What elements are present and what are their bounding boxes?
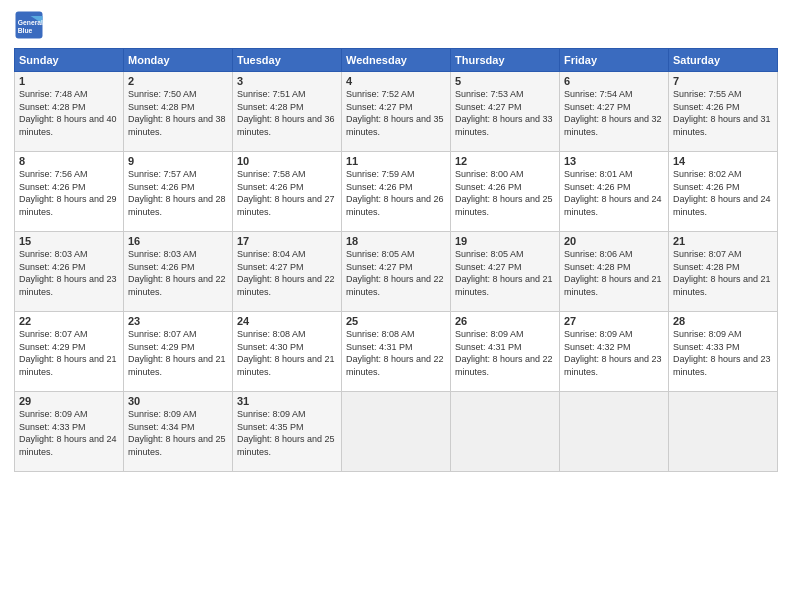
day-number: 19: [455, 235, 555, 247]
day-info: Sunrise: 7:59 AMSunset: 4:26 PMDaylight:…: [346, 168, 446, 218]
day-info: Sunrise: 8:02 AMSunset: 4:26 PMDaylight:…: [673, 168, 773, 218]
day-number: 28: [673, 315, 773, 327]
day-number: 5: [455, 75, 555, 87]
calendar-cell: 28Sunrise: 8:09 AMSunset: 4:33 PMDayligh…: [669, 312, 778, 392]
calendar-cell: [560, 392, 669, 472]
day-info: Sunrise: 8:08 AMSunset: 4:30 PMDaylight:…: [237, 328, 337, 378]
calendar-cell: 24Sunrise: 8:08 AMSunset: 4:30 PMDayligh…: [233, 312, 342, 392]
calendar-cell: 20Sunrise: 8:06 AMSunset: 4:28 PMDayligh…: [560, 232, 669, 312]
calendar-cell: 3Sunrise: 7:51 AMSunset: 4:28 PMDaylight…: [233, 72, 342, 152]
calendar-cell: 30Sunrise: 8:09 AMSunset: 4:34 PMDayligh…: [124, 392, 233, 472]
weekday-header-row: SundayMondayTuesdayWednesdayThursdayFrid…: [15, 49, 778, 72]
day-number: 14: [673, 155, 773, 167]
calendar-cell: [342, 392, 451, 472]
calendar-cell: 6Sunrise: 7:54 AMSunset: 4:27 PMDaylight…: [560, 72, 669, 152]
day-number: 18: [346, 235, 446, 247]
weekday-header-sunday: Sunday: [15, 49, 124, 72]
day-info: Sunrise: 7:53 AMSunset: 4:27 PMDaylight:…: [455, 88, 555, 138]
calendar-cell: 8Sunrise: 7:56 AMSunset: 4:26 PMDaylight…: [15, 152, 124, 232]
calendar-cell: 1Sunrise: 7:48 AMSunset: 4:28 PMDaylight…: [15, 72, 124, 152]
day-number: 7: [673, 75, 773, 87]
day-info: Sunrise: 8:03 AMSunset: 4:26 PMDaylight:…: [128, 248, 228, 298]
day-info: Sunrise: 8:08 AMSunset: 4:31 PMDaylight:…: [346, 328, 446, 378]
svg-text:Blue: Blue: [18, 27, 33, 34]
day-number: 11: [346, 155, 446, 167]
weekday-header-tuesday: Tuesday: [233, 49, 342, 72]
calendar-cell: 13Sunrise: 8:01 AMSunset: 4:26 PMDayligh…: [560, 152, 669, 232]
page-container: General Blue SundayMondayTuesdayWednesda…: [0, 0, 792, 612]
day-info: Sunrise: 8:09 AMSunset: 4:33 PMDaylight:…: [19, 408, 119, 458]
day-info: Sunrise: 7:50 AMSunset: 4:28 PMDaylight:…: [128, 88, 228, 138]
day-number: 1: [19, 75, 119, 87]
day-number: 26: [455, 315, 555, 327]
calendar-cell: 7Sunrise: 7:55 AMSunset: 4:26 PMDaylight…: [669, 72, 778, 152]
calendar-week-row: 1Sunrise: 7:48 AMSunset: 4:28 PMDaylight…: [15, 72, 778, 152]
calendar-week-row: 22Sunrise: 8:07 AMSunset: 4:29 PMDayligh…: [15, 312, 778, 392]
day-info: Sunrise: 7:54 AMSunset: 4:27 PMDaylight:…: [564, 88, 664, 138]
day-number: 22: [19, 315, 119, 327]
day-number: 10: [237, 155, 337, 167]
day-info: Sunrise: 8:07 AMSunset: 4:28 PMDaylight:…: [673, 248, 773, 298]
calendar-cell: 19Sunrise: 8:05 AMSunset: 4:27 PMDayligh…: [451, 232, 560, 312]
day-number: 23: [128, 315, 228, 327]
day-number: 30: [128, 395, 228, 407]
day-number: 17: [237, 235, 337, 247]
day-number: 31: [237, 395, 337, 407]
day-info: Sunrise: 8:05 AMSunset: 4:27 PMDaylight:…: [455, 248, 555, 298]
day-number: 21: [673, 235, 773, 247]
day-info: Sunrise: 7:52 AMSunset: 4:27 PMDaylight:…: [346, 88, 446, 138]
header: General Blue: [14, 10, 778, 40]
day-number: 4: [346, 75, 446, 87]
calendar-cell: 16Sunrise: 8:03 AMSunset: 4:26 PMDayligh…: [124, 232, 233, 312]
calendar-cell: [669, 392, 778, 472]
calendar-cell: [451, 392, 560, 472]
day-info: Sunrise: 8:01 AMSunset: 4:26 PMDaylight:…: [564, 168, 664, 218]
calendar-table: SundayMondayTuesdayWednesdayThursdayFrid…: [14, 48, 778, 472]
day-info: Sunrise: 7:56 AMSunset: 4:26 PMDaylight:…: [19, 168, 119, 218]
day-number: 24: [237, 315, 337, 327]
calendar-cell: 29Sunrise: 8:09 AMSunset: 4:33 PMDayligh…: [15, 392, 124, 472]
logo: General Blue: [14, 10, 44, 40]
day-info: Sunrise: 8:03 AMSunset: 4:26 PMDaylight:…: [19, 248, 119, 298]
calendar-cell: 31Sunrise: 8:09 AMSunset: 4:35 PMDayligh…: [233, 392, 342, 472]
calendar-cell: 2Sunrise: 7:50 AMSunset: 4:28 PMDaylight…: [124, 72, 233, 152]
day-number: 29: [19, 395, 119, 407]
day-number: 3: [237, 75, 337, 87]
calendar-cell: 23Sunrise: 8:07 AMSunset: 4:29 PMDayligh…: [124, 312, 233, 392]
calendar-cell: 10Sunrise: 7:58 AMSunset: 4:26 PMDayligh…: [233, 152, 342, 232]
day-info: Sunrise: 7:51 AMSunset: 4:28 PMDaylight:…: [237, 88, 337, 138]
day-number: 2: [128, 75, 228, 87]
day-info: Sunrise: 7:48 AMSunset: 4:28 PMDaylight:…: [19, 88, 119, 138]
calendar-cell: 22Sunrise: 8:07 AMSunset: 4:29 PMDayligh…: [15, 312, 124, 392]
weekday-header-monday: Monday: [124, 49, 233, 72]
calendar-cell: 26Sunrise: 8:09 AMSunset: 4:31 PMDayligh…: [451, 312, 560, 392]
day-info: Sunrise: 8:00 AMSunset: 4:26 PMDaylight:…: [455, 168, 555, 218]
day-number: 27: [564, 315, 664, 327]
day-number: 15: [19, 235, 119, 247]
day-info: Sunrise: 8:05 AMSunset: 4:27 PMDaylight:…: [346, 248, 446, 298]
calendar-cell: 9Sunrise: 7:57 AMSunset: 4:26 PMDaylight…: [124, 152, 233, 232]
day-number: 13: [564, 155, 664, 167]
calendar-cell: 12Sunrise: 8:00 AMSunset: 4:26 PMDayligh…: [451, 152, 560, 232]
day-number: 8: [19, 155, 119, 167]
day-info: Sunrise: 8:07 AMSunset: 4:29 PMDaylight:…: [128, 328, 228, 378]
calendar-week-row: 15Sunrise: 8:03 AMSunset: 4:26 PMDayligh…: [15, 232, 778, 312]
day-number: 20: [564, 235, 664, 247]
weekday-header-wednesday: Wednesday: [342, 49, 451, 72]
day-info: Sunrise: 8:09 AMSunset: 4:31 PMDaylight:…: [455, 328, 555, 378]
calendar-week-row: 8Sunrise: 7:56 AMSunset: 4:26 PMDaylight…: [15, 152, 778, 232]
day-info: Sunrise: 8:06 AMSunset: 4:28 PMDaylight:…: [564, 248, 664, 298]
calendar-cell: 14Sunrise: 8:02 AMSunset: 4:26 PMDayligh…: [669, 152, 778, 232]
day-info: Sunrise: 8:04 AMSunset: 4:27 PMDaylight:…: [237, 248, 337, 298]
day-number: 6: [564, 75, 664, 87]
calendar-cell: 17Sunrise: 8:04 AMSunset: 4:27 PMDayligh…: [233, 232, 342, 312]
calendar-cell: 27Sunrise: 8:09 AMSunset: 4:32 PMDayligh…: [560, 312, 669, 392]
logo-icon: General Blue: [14, 10, 44, 40]
day-number: 25: [346, 315, 446, 327]
calendar-cell: 4Sunrise: 7:52 AMSunset: 4:27 PMDaylight…: [342, 72, 451, 152]
calendar-cell: 18Sunrise: 8:05 AMSunset: 4:27 PMDayligh…: [342, 232, 451, 312]
svg-text:General: General: [18, 19, 43, 26]
day-info: Sunrise: 8:07 AMSunset: 4:29 PMDaylight:…: [19, 328, 119, 378]
calendar-cell: 5Sunrise: 7:53 AMSunset: 4:27 PMDaylight…: [451, 72, 560, 152]
day-info: Sunrise: 8:09 AMSunset: 4:35 PMDaylight:…: [237, 408, 337, 458]
